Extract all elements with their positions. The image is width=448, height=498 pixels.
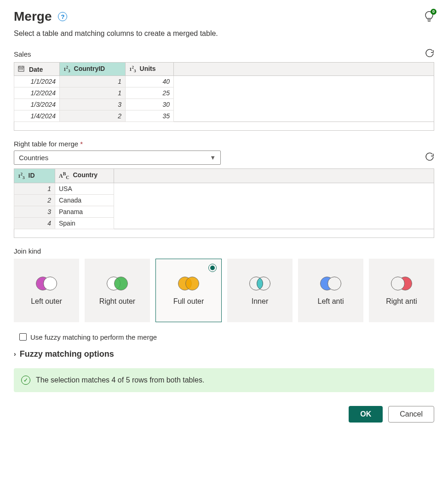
dialog-subtitle: Select a table and matching columns to c…: [14, 29, 434, 38]
table-row: 1/1/2024 1 40: [14, 76, 434, 87]
help-icon[interactable]: ?: [58, 12, 67, 21]
cancel-button[interactable]: Cancel: [388, 406, 434, 423]
join-option-right-outer[interactable]: Right outer: [85, 259, 150, 322]
ok-button[interactable]: OK: [349, 406, 383, 423]
match-status-bar: ✓ The selection matches 4 of 5 rows from…: [14, 368, 434, 392]
left-outer-icon: [36, 277, 57, 290]
left-anti-icon: [320, 277, 341, 290]
column-header-countryid[interactable]: 123 CountryID: [60, 63, 126, 76]
refresh-left-icon[interactable]: [425, 49, 434, 59]
chevron-right-icon: ›: [14, 350, 16, 358]
full-outer-icon: [178, 277, 199, 290]
fuzzy-options-expander[interactable]: › Fuzzy matching options: [14, 349, 434, 359]
join-option-right-anti[interactable]: Right anti: [369, 259, 434, 322]
column-header-date[interactable]: Date: [14, 63, 60, 76]
text-type-icon: ABC: [59, 173, 69, 179]
column-header-units[interactable]: 123 Units: [126, 63, 174, 76]
refresh-right-icon[interactable]: [425, 152, 434, 163]
join-option-inner[interactable]: Inner: [227, 259, 293, 322]
dialog-title: Merge: [14, 9, 52, 24]
table-row: 1 USA: [14, 183, 434, 194]
right-anti-icon: [391, 277, 412, 290]
join-kind-label: Join kind: [14, 247, 434, 255]
right-table-label: Right table for merge *: [14, 140, 434, 148]
table-row: 4 Spain: [14, 217, 434, 229]
column-header-id[interactable]: 123 ID: [14, 169, 55, 183]
fuzzy-checkbox-label: Use fuzzy matching to perform the merge: [30, 333, 157, 341]
table-row: 2 Canada: [14, 194, 434, 206]
fuzzy-matching-checkbox[interactable]: [19, 333, 27, 341]
join-option-full-outer[interactable]: Full outer: [155, 259, 222, 322]
selected-radio-icon: [208, 264, 217, 272]
table-row: 1/3/2024 3 30: [14, 99, 434, 110]
inner-icon: [249, 277, 270, 290]
number-type-icon: 123: [63, 66, 70, 72]
left-table-name: Sales: [14, 50, 31, 58]
column-header-country[interactable]: ABC Country: [55, 169, 114, 183]
insights-icon[interactable]: 0: [424, 11, 434, 23]
join-option-left-anti[interactable]: Left anti: [298, 259, 363, 322]
chevron-down-icon: ▼: [210, 154, 216, 161]
right-outer-icon: [107, 277, 128, 290]
insights-badge: 0: [431, 9, 437, 15]
right-preview-table: 123 ID ABC Country 1 USA 2 Canada 3 Pana…: [14, 168, 434, 229]
table-row: 1/4/2024 2 35: [14, 110, 434, 122]
date-type-icon: [18, 65, 24, 72]
table-row: 1/2/2024 1 25: [14, 87, 434, 99]
success-check-icon: ✓: [21, 376, 30, 385]
left-preview-table: Date 123 CountryID 123 Units 1/1/2024 1 …: [14, 62, 434, 122]
right-table-select[interactable]: Countries ▼: [14, 151, 221, 165]
table-row: 3 Panama: [14, 206, 434, 217]
number-type-icon: 123: [18, 173, 25, 179]
join-option-left-outer[interactable]: Left outer: [14, 259, 79, 322]
number-type-icon: 123: [129, 66, 136, 72]
